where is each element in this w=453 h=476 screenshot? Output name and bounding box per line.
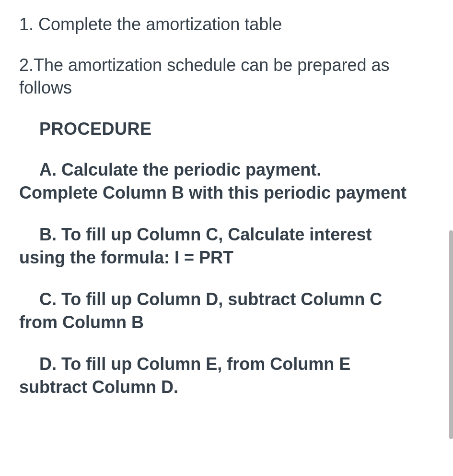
step-c-line-1: C. To fill up Column D, subtract Column … xyxy=(19,288,438,311)
step-d-line-2: subtract Column D. xyxy=(19,376,438,399)
procedure-step-a: A. Calculate the periodic payment. Compl… xyxy=(19,158,438,204)
step-d-line-1: D. To fill up Column E, from Column E xyxy=(19,353,438,376)
procedure-step-c: C. To fill up Column D, subtract Column … xyxy=(19,288,438,333)
procedure-step-d: D. To fill up Column E, from Column E su… xyxy=(19,353,438,398)
step-c-line-2: from Column B xyxy=(19,311,438,334)
step-b-line-1: B. To fill up Column C, Calculate intere… xyxy=(19,223,438,246)
list-item-2: 2.The amortization schedule can be prepa… xyxy=(19,54,438,99)
step-b-line-2: using the formula: I = PRT xyxy=(19,246,438,269)
procedure-heading: PROCEDURE xyxy=(39,119,438,139)
step-a-line-1: A. Calculate the periodic payment. xyxy=(19,158,438,181)
scrollbar-thumb[interactable] xyxy=(449,230,453,439)
list-item-1: 1. Complete the amortization table xyxy=(19,13,438,36)
procedure-step-b: B. To fill up Column C, Calculate intere… xyxy=(19,223,438,269)
step-a-line-2: Complete Column B with this periodic pay… xyxy=(19,181,438,204)
